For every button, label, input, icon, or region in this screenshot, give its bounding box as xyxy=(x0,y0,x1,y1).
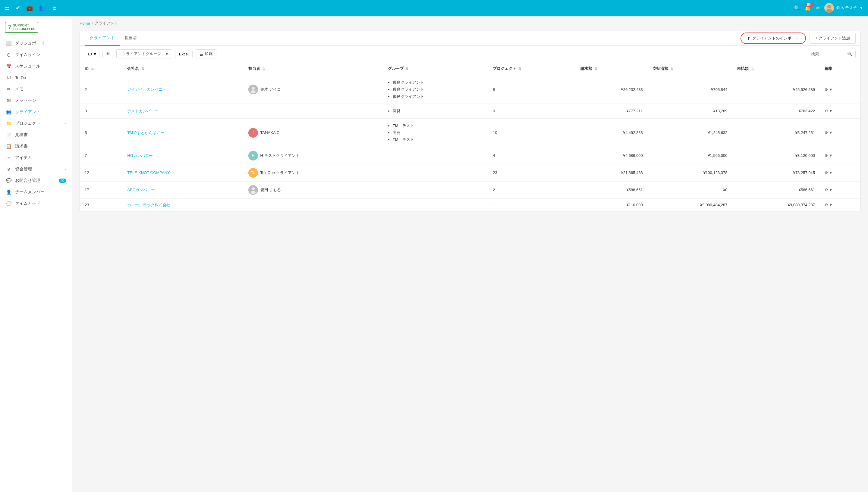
sidebar-item-estimate[interactable]: 📄 見積書 xyxy=(0,129,72,141)
row-groups xyxy=(383,198,488,212)
assignee-cell: TLTeleOne クライアント xyxy=(248,168,378,178)
row-company[interactable]: TELE-KNOT-COMPANY xyxy=(122,164,243,181)
per-page-select[interactable]: 10 ▼ xyxy=(85,50,99,58)
sort-manager-icon[interactable]: ⇅ xyxy=(262,67,265,71)
sidebar-item-client[interactable]: 👥 クライアント xyxy=(0,106,72,118)
edit-gear-button[interactable]: ⚙▼ xyxy=(825,87,855,92)
hamburger-icon[interactable]: ☰ xyxy=(5,4,10,11)
row-edit[interactable]: ⚙▼ xyxy=(820,181,861,198)
sort-id-icon[interactable]: ⇅ xyxy=(91,67,94,71)
import-label: クライアントのインポート xyxy=(752,35,799,41)
sidebar-item-memo[interactable]: ✏ メモ xyxy=(0,83,72,95)
search-input[interactable] xyxy=(811,52,847,56)
sidebar-item-timecard[interactable]: 🕐 タイムカード xyxy=(0,198,72,209)
row-edit[interactable]: ⚙▼ xyxy=(820,198,861,212)
tab-client[interactable]: クライアント xyxy=(85,31,120,46)
sort-paid-icon[interactable]: ⇅ xyxy=(670,67,673,71)
people-icon[interactable]: 👥 xyxy=(39,4,46,11)
company-link[interactable]: ABCカンパニー xyxy=(127,188,155,192)
row-edit[interactable]: ⚙▼ xyxy=(820,164,861,181)
add-client-button[interactable]: + クライアント追加 xyxy=(810,33,855,44)
breadcrumb-home[interactable]: Home xyxy=(79,21,90,26)
tab-manager[interactable]: 担当者 xyxy=(120,31,142,46)
row-groups xyxy=(383,164,488,181)
sort-invoice-icon[interactable]: ⇅ xyxy=(594,67,597,71)
sidebar-item-finance[interactable]: ¥ 資金管理 › xyxy=(0,164,72,175)
col-paid: 支払済額 ⇅ xyxy=(648,62,732,75)
notification-icon[interactable]: 🔔 354 xyxy=(805,5,811,11)
sidebar-item-inquiry[interactable]: 💬 お問合せ管理 20 xyxy=(0,175,72,187)
edit-gear-button[interactable]: ⚙▼ xyxy=(825,188,855,192)
sidebar-item-team[interactable]: 👤 チームメンバー xyxy=(0,187,72,198)
sort-unpaid-icon[interactable]: ⇅ xyxy=(751,67,754,71)
sidebar-item-items[interactable]: ≡ アイテム xyxy=(0,152,72,164)
excel-button[interactable]: Excel xyxy=(175,50,193,58)
user-menu[interactable]: 鈴木 テス子 ▼ xyxy=(824,3,864,13)
row-avatar: H xyxy=(248,151,258,161)
sort-project-icon[interactable]: ⇅ xyxy=(519,67,521,71)
row-edit[interactable]: ⚙▼ xyxy=(820,147,861,164)
row-projects: 4 xyxy=(488,147,576,164)
row-groups: 開発 xyxy=(383,104,488,118)
sidebar-label-timecard: タイムカード xyxy=(15,201,40,206)
briefcase-icon[interactable]: 💼 xyxy=(26,4,33,11)
row-company[interactable]: ABCカンパニー xyxy=(122,181,243,198)
sidebar-item-todo[interactable]: ☑ To Do xyxy=(0,72,72,83)
search-box[interactable]: 🔍 xyxy=(808,50,855,58)
import-icon: ⬆ xyxy=(747,36,750,41)
row-edit[interactable]: ⚙▼ xyxy=(820,118,861,147)
edit-gear-button[interactable]: ⚙▼ xyxy=(825,203,855,207)
items-icon: ≡ xyxy=(6,155,11,161)
company-link[interactable]: テストカンパニー xyxy=(127,109,159,113)
sidebar-item-invoice[interactable]: 📋 請求書 xyxy=(0,141,72,152)
company-link[interactable]: TMですとかんぱにー xyxy=(127,130,164,135)
edit-gear-button[interactable]: ⚙▼ xyxy=(825,109,855,113)
edit-gear-button[interactable]: ⚙▼ xyxy=(825,153,855,158)
filter-button[interactable]: 👁 xyxy=(102,50,113,58)
table-row: 7HGカンパニーHH テストクライアント4¥4,686,000¥1,566,00… xyxy=(80,147,861,164)
finance-arrow-icon: › xyxy=(65,167,66,171)
sidebar-item-timeline[interactable]: ⏱ タイムライン xyxy=(0,49,72,60)
monitor-icon[interactable]: 🖥 xyxy=(51,5,57,11)
sort-company-icon[interactable]: ⇅ xyxy=(141,67,144,71)
nav-right: 🔍 🔔 354 ✉ 鈴木 テス子 ▼ xyxy=(794,3,864,13)
manager-name: 鈴木 アイコ xyxy=(260,87,281,92)
svg-text:H: H xyxy=(252,153,254,157)
row-avatar xyxy=(248,185,258,195)
row-company[interactable]: アイアイ カンパニー xyxy=(122,75,243,104)
print-button[interactable]: 🖨 印刷 xyxy=(195,49,216,58)
row-company[interactable]: ホエールテック株式会社 xyxy=(122,198,243,212)
company-link[interactable]: HGカンパニー xyxy=(127,153,153,158)
company-link[interactable]: ホエールテック株式会社 xyxy=(127,203,170,207)
svg-point-14 xyxy=(251,191,256,194)
row-company[interactable]: HGカンパニー xyxy=(122,147,243,164)
sidebar-item-dashboard[interactable]: ⬜ ダッシュボード xyxy=(0,38,72,49)
finance-icon: ¥ xyxy=(6,167,11,172)
edit-gear-button[interactable]: ⚙▼ xyxy=(825,170,855,175)
sort-group-icon[interactable]: ⇅ xyxy=(406,67,408,71)
search-nav-icon[interactable]: 🔍 xyxy=(794,5,800,11)
group-select[interactable]: - クライアントグループ - ▼ xyxy=(116,49,172,58)
estimate-icon: 📄 xyxy=(6,132,11,138)
sidebar-item-project[interactable]: 📁 プロジェクト › xyxy=(0,118,72,129)
sidebar-label-dashboard: ダッシュボード xyxy=(15,41,45,46)
row-projects: 2 xyxy=(488,181,576,198)
table-row: 2アイアイ カンパニー鈴木 アイコ優良クライアント優良クライアント優良クライアン… xyxy=(80,75,861,104)
import-button[interactable]: ⬆ クライアントのインポート xyxy=(741,32,806,44)
row-edit[interactable]: ⚙▼ xyxy=(820,75,861,104)
company-link[interactable]: アイアイ カンパニー xyxy=(127,87,166,92)
edit-gear-button[interactable]: ⚙▼ xyxy=(825,130,855,135)
table-row: 5TMですとかんぱにーTTANAKA CLTM テスト開発TM テスト10¥4,… xyxy=(80,118,861,147)
sidebar-label-inquiry: お問合せ管理 xyxy=(15,178,40,183)
sidebar-item-message[interactable]: ✉ メッセージ xyxy=(0,95,72,106)
mail-icon[interactable]: ✉ xyxy=(816,5,819,11)
row-company[interactable]: TMですとかんぱにー xyxy=(122,118,243,147)
company-link[interactable]: TELE-KNOT-COMPANY xyxy=(127,170,170,175)
edit-dropdown-icon: ▼ xyxy=(829,203,833,207)
row-edit[interactable]: ⚙▼ xyxy=(820,104,861,118)
svg-text:T: T xyxy=(252,130,254,134)
sidebar-item-schedule[interactable]: 📅 スケジュール xyxy=(0,60,72,72)
tasks-icon[interactable]: ✔ xyxy=(16,4,20,11)
svg-point-13 xyxy=(252,187,255,190)
row-company[interactable]: テストカンパニー xyxy=(122,104,243,118)
